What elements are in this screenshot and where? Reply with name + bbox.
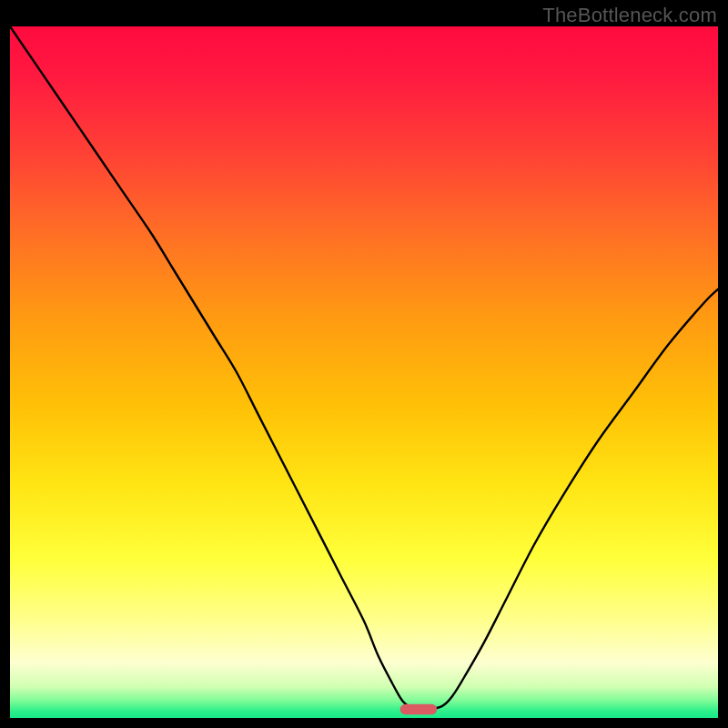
- gradient-background: [10, 26, 718, 718]
- optimal-marker: [400, 704, 437, 714]
- chart-frame: TheBottleneck.com: [0, 0, 728, 728]
- chart-svg: [10, 26, 718, 718]
- watermark-text: TheBottleneck.com: [542, 4, 717, 27]
- plot-area: [10, 26, 718, 718]
